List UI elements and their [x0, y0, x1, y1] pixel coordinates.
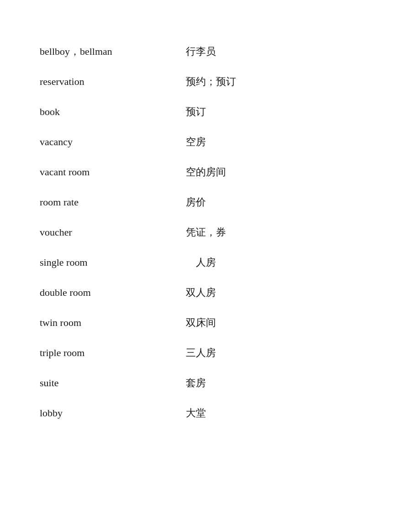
english-term: reservation	[40, 76, 158, 88]
list-item: vacant room空的房间	[40, 157, 380, 187]
english-term: double room	[40, 287, 158, 299]
chinese-translation: 人房	[186, 256, 216, 269]
list-item: voucher凭证，券	[40, 217, 380, 247]
list-item: room rate房价	[40, 187, 380, 217]
english-term: room rate	[40, 196, 158, 208]
chinese-translation: 预订	[186, 105, 206, 119]
chinese-translation: 空的房间	[186, 165, 226, 179]
list-item: reservation预约；预订	[40, 67, 380, 97]
english-term: single room	[40, 257, 158, 268]
chinese-translation: 预约；预订	[186, 75, 236, 89]
english-term: triple room	[40, 347, 158, 359]
english-term: book	[40, 106, 158, 118]
chinese-translation: 房价	[186, 195, 206, 209]
english-term: lobby	[40, 407, 158, 419]
list-item: triple room三人房	[40, 338, 380, 368]
list-item: double room双人房	[40, 278, 380, 308]
english-term: bellboy，bellman	[40, 45, 158, 58]
list-item: single room 人房	[40, 247, 380, 278]
list-item: twin room双床间	[40, 308, 380, 338]
chinese-translation: 空房	[186, 135, 206, 149]
list-item: book预订	[40, 97, 380, 127]
chinese-translation: 行李员	[186, 45, 216, 58]
list-item: suite套房	[40, 368, 380, 398]
vocab-list: bellboy，bellman行李员reservation预约；预订book预订…	[40, 37, 380, 428]
chinese-translation: 大堂	[186, 406, 206, 420]
chinese-translation: 双人房	[186, 286, 216, 299]
english-term: twin room	[40, 317, 158, 329]
english-term: suite	[40, 377, 158, 389]
chinese-translation: 双床间	[186, 316, 216, 330]
english-term: voucher	[40, 226, 158, 238]
english-term: vacant room	[40, 166, 158, 178]
chinese-translation: 三人房	[186, 346, 216, 360]
list-item: vacancy空房	[40, 127, 380, 157]
list-item: lobby大堂	[40, 398, 380, 428]
list-item: bellboy，bellman行李员	[40, 37, 380, 67]
english-term: vacancy	[40, 136, 158, 148]
chinese-translation: 凭证，券	[186, 226, 226, 239]
chinese-translation: 套房	[186, 376, 206, 390]
